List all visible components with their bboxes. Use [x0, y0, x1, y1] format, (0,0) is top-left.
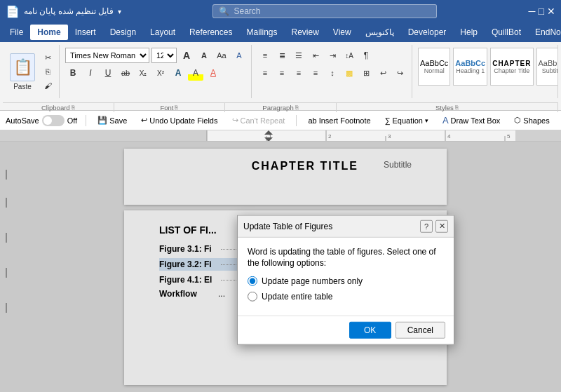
dialog-help-button[interactable]: ? [420, 219, 433, 232]
quick-access-bar: AutoSave Off 💾 Save ↩ Undo Update Fields… [0, 111, 561, 130]
style-normal[interactable]: AaBbCc Normal [418, 48, 450, 86]
paste-label: Paste [13, 83, 32, 90]
menu-layout[interactable]: Layout [143, 25, 182, 40]
text-effects-button[interactable]: A [170, 65, 186, 81]
subscript-button[interactable]: X₂ [135, 65, 151, 81]
multilevel-button[interactable]: ☰ [291, 48, 306, 63]
sort-button[interactable]: ↕A [342, 48, 357, 63]
dialog-cancel-button[interactable]: Cancel [396, 322, 445, 339]
format-painter-button[interactable]: 🖌 [41, 79, 55, 92]
close-btn[interactable]: ✕ [547, 6, 555, 17]
menu-references[interactable]: References [182, 25, 239, 40]
equation-button[interactable]: ∑ Equation ▾ [382, 115, 431, 126]
undo-label: Undo Update Fields [149, 116, 217, 125]
style-h1-name: Heading 1 [456, 67, 485, 74]
styles-label: Styles ⎘ [337, 103, 558, 112]
change-case-button[interactable]: Aa [214, 48, 229, 63]
font-name-select[interactable]: Times New Roman [65, 48, 149, 63]
styles-group: AaBbCc Normal AaBbCc Heading 1 CHAPTER C… [414, 45, 558, 98]
ribbon: 📋 Paste ✂ ⎘ 🖌 Times New Roman 12 A A Aa [0, 42, 561, 111]
menu-quillbot[interactable]: QuillBot [485, 25, 528, 40]
svg-rect-1 [0, 130, 207, 142]
menu-file[interactable]: File [3, 25, 30, 40]
decrease-indent-button[interactable]: ⇤ [308, 48, 323, 63]
copy-button[interactable]: ⎘ [41, 65, 55, 78]
clipboard-expand[interactable]: ⎘ [72, 104, 75, 111]
autosave-toggle-knob [43, 116, 52, 125]
update-page-numbers-option[interactable]: Update page numbers only [248, 276, 444, 286]
maximize-btn[interactable]: □ [539, 6, 544, 17]
menu-home[interactable]: Home [30, 25, 67, 40]
menu-design[interactable]: Design [103, 25, 143, 40]
show-marks-button[interactable]: ¶ [358, 48, 374, 63]
save-button[interactable]: 💾 Save [95, 114, 130, 126]
align-center-button[interactable]: ≡ [274, 65, 290, 81]
dialog-ok-button[interactable]: OK [349, 322, 391, 339]
menu-insert[interactable]: Insert [68, 25, 103, 40]
font-size-select[interactable]: 12 [151, 48, 177, 63]
ruler-svg: 1 2 3 4 5 [0, 130, 561, 142]
dialog-message: Word is updating the table of figures. S… [248, 245, 444, 269]
line-spacing-button[interactable]: ↕ [325, 65, 340, 81]
shapes-button[interactable]: ⬡ Shapes [511, 114, 552, 126]
font-expand[interactable]: ⎘ [175, 104, 178, 111]
dialog-title: Update Table of Figures [243, 221, 332, 231]
style-chapter-title[interactable]: CHAPTER Chapter Title [490, 48, 533, 86]
style-chapter-label: CHAPTER [492, 60, 531, 67]
paragraph-expand[interactable]: ⎘ [295, 104, 299, 111]
update-page-numbers-radio[interactable] [248, 276, 257, 286]
draw-textbox-button[interactable]: A Draw Text Box [440, 114, 503, 127]
bold-button[interactable]: B [65, 65, 81, 81]
font-shrink-button[interactable]: A [196, 48, 212, 63]
textbox-label: Draw Text Box [451, 116, 501, 125]
underline-button[interactable]: U [100, 65, 116, 81]
highlight-button[interactable]: A [188, 65, 203, 81]
ribbon-labels: Clipboard ⎘ Font ⎘ Paragraph ⎘ Styles ⎘ [3, 102, 558, 112]
font-color-button[interactable]: A [205, 65, 221, 81]
search-box[interactable]: 🔍 Search [212, 4, 437, 18]
dialog-close-button[interactable]: ✕ [435, 219, 448, 232]
menu-mailings[interactable]: Mailings [239, 25, 284, 40]
numbering-button[interactable]: ≣ [274, 48, 290, 63]
styles-expand[interactable]: ⎘ [455, 104, 459, 111]
increase-indent-button[interactable]: ⇥ [325, 48, 340, 63]
menu-review[interactable]: Review [284, 25, 325, 40]
autosave-label: AutoSave [6, 116, 39, 125]
rtl-button[interactable]: ↩ [375, 65, 391, 81]
align-left-button[interactable]: ≡ [257, 65, 273, 81]
autosave-toggle[interactable] [42, 115, 65, 126]
align-right-button[interactable]: ≡ [291, 65, 306, 81]
borders-button[interactable]: ⊞ [358, 65, 374, 81]
paragraph-group: ≡ ≣ ☰ ⇤ ⇥ ↕A ¶ ≡ ≡ ≡ ≡ ↕ ▩ ⊞ ↩ ↪ [253, 45, 412, 98]
svg-text:5: 5 [507, 133, 511, 140]
minimize-btn[interactable]: ─ [529, 6, 536, 17]
update-entire-table-option[interactable]: Update entire table [248, 292, 444, 302]
redo-icon: ↪ [232, 116, 238, 125]
strikethrough-button[interactable]: ab [118, 65, 133, 81]
justify-button[interactable]: ≡ [308, 65, 323, 81]
font-grow-button[interactable]: A [179, 48, 194, 63]
style-heading1[interactable]: AaBbCc Heading 1 [453, 48, 487, 86]
cut-button[interactable]: ✂ [41, 51, 55, 64]
clear-format-button[interactable]: A [231, 48, 247, 63]
paste-button[interactable]: 📋 Paste [7, 52, 38, 92]
superscript-button[interactable]: X² [153, 65, 168, 81]
paragraph-label: Paragraph ⎘ [225, 103, 337, 112]
menu-paknois[interactable]: پاکنویس [358, 25, 401, 40]
menu-endnote[interactable]: EndNo... [528, 25, 561, 40]
style-normal-name: Normal [424, 67, 445, 74]
shading-button[interactable]: ▩ [342, 65, 357, 81]
ltr-button[interactable]: ↪ [392, 65, 407, 81]
menu-help[interactable]: Help [453, 25, 485, 40]
divider2 [296, 115, 297, 126]
equation-dropdown[interactable]: ▾ [425, 117, 428, 124]
menu-view[interactable]: View [326, 25, 358, 40]
italic-button[interactable]: I [83, 65, 98, 81]
style-subtitle[interactable]: AaBbCc Subtitle [536, 48, 559, 86]
undo-button[interactable]: ↩ Undo Update Fields [138, 114, 220, 126]
bullets-button[interactable]: ≡ [257, 48, 273, 63]
insert-footnote-button[interactable]: ab Insert Footnote [305, 115, 373, 126]
svg-text:4: 4 [447, 133, 451, 140]
menu-developer[interactable]: Developer [401, 25, 454, 40]
update-entire-table-radio[interactable] [248, 292, 257, 302]
